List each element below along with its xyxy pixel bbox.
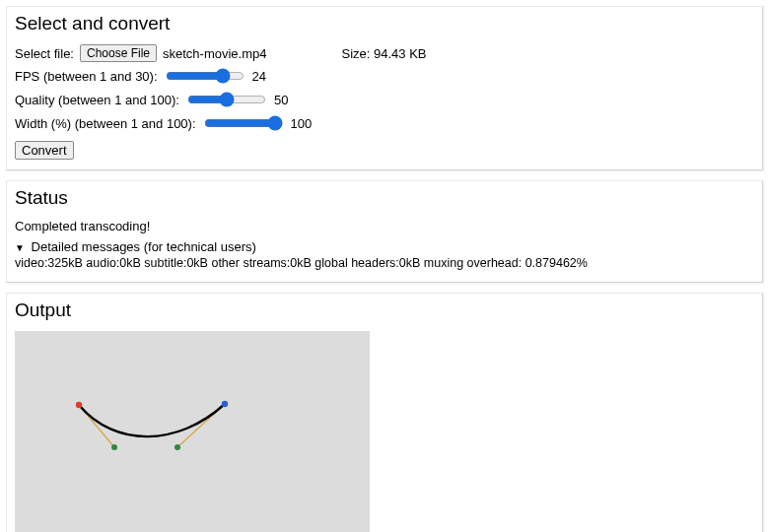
fps-row: FPS (between 1 and 30): 24 (15, 66, 754, 86)
size-label: Size: (342, 46, 371, 61)
quality-slider[interactable] (187, 92, 266, 107)
details-summary[interactable]: Detailed messages (for technical users) (15, 239, 754, 254)
details-body: video:325kB audio:0kB subtitle:0kB other… (15, 256, 754, 272)
width-row: Width (%) (between 1 and 100): 100 (15, 113, 754, 133)
status-title: Status (15, 187, 754, 209)
size-value: 94.43 KB (374, 46, 427, 61)
status-message: Completed transcoding! (15, 219, 754, 233)
fps-value: 24 (252, 69, 266, 84)
details-summary-text: Detailed messages (for technical users) (32, 239, 256, 254)
output-preview (15, 331, 370, 532)
end-point (222, 400, 228, 406)
file-row: Select file: Choose File sketch-movie.mp… (15, 44, 754, 62)
control-point-2 (175, 444, 180, 450)
choose-file-button[interactable]: Choose File (80, 44, 157, 62)
file-label: Select file: (15, 46, 74, 61)
output-title: Output (15, 299, 754, 321)
fps-slider[interactable] (166, 68, 245, 84)
select-title: Select and convert (15, 13, 754, 34)
size-block: Size: 94.43 KB (342, 46, 427, 61)
output-panel: Output (6, 293, 763, 532)
bezier-preview-svg (15, 331, 370, 532)
width-slider[interactable] (204, 115, 283, 131)
filename-text: sketch-movie.mp4 (163, 46, 266, 61)
control-point-1 (111, 444, 117, 450)
quality-value: 50 (274, 93, 288, 107)
status-panel: Status Completed transcoding! Detailed m… (6, 180, 763, 283)
quality-row: Quality (between 1 and 100): 50 (15, 90, 754, 109)
convert-button[interactable]: Convert (15, 141, 74, 160)
width-value: 100 (291, 116, 313, 131)
start-point (76, 401, 82, 407)
fps-label: FPS (between 1 and 30): (15, 69, 158, 84)
quality-label: Quality (between 1 and 100): (15, 93, 179, 107)
details-disclosure[interactable]: Detailed messages (for technical users) … (15, 239, 754, 272)
select-panel: Select and convert Select file: Choose F… (6, 6, 763, 170)
width-label: Width (%) (between 1 and 100): (15, 116, 196, 131)
